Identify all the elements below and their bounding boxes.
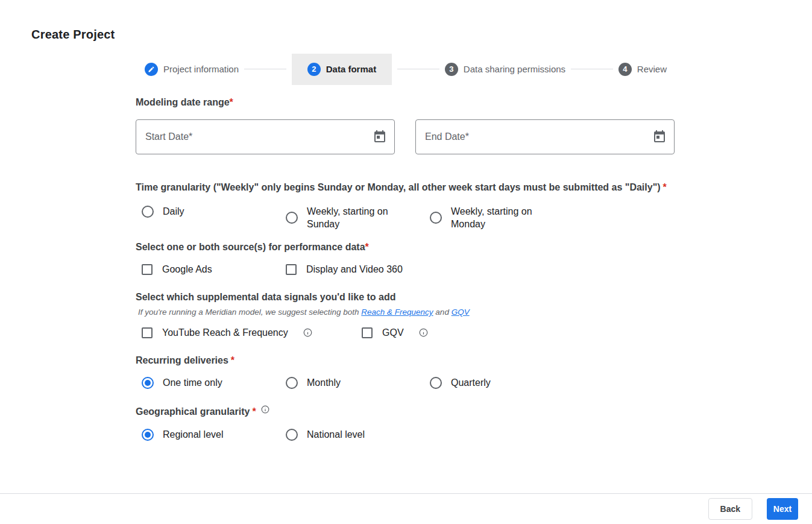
stepper-step-project-information[interactable]: Project information <box>145 63 239 76</box>
gqv-link[interactable]: GQV <box>452 308 470 317</box>
geographical-granularity-options: Regional level National level <box>136 428 676 441</box>
page-title: Create Project <box>31 28 115 42</box>
required-asterisk: * <box>365 242 369 252</box>
radio-icon <box>142 206 154 218</box>
step-label: Review <box>637 64 667 74</box>
end-date-calendar-icon[interactable] <box>652 130 667 144</box>
checkbox-option-display-and-video-360[interactable]: Display and Video 360 <box>286 263 430 276</box>
stepper-step-review[interactable]: 4 Review <box>618 63 667 76</box>
option-label: Quarterly <box>451 376 491 389</box>
performance-sources-label: Select one or both source(s) for perform… <box>136 239 676 255</box>
required-asterisk: * <box>252 403 256 420</box>
step-connector <box>397 69 439 69</box>
start-date-input[interactable] <box>136 119 395 154</box>
radio-option-one-time-only[interactable]: One time only <box>142 376 286 389</box>
info-icon[interactable] <box>261 405 269 414</box>
checkbox-option-youtube-reach-frequency[interactable]: YouTube Reach & Frequency <box>142 326 362 339</box>
end-date-input[interactable] <box>415 119 675 154</box>
geographical-granularity-label: Geographical granularity* <box>136 403 676 420</box>
back-button[interactable]: Back <box>708 498 752 520</box>
step-label: Project information <box>163 64 239 74</box>
end-date-field <box>415 119 675 154</box>
required-asterisk: * <box>230 97 233 107</box>
form-content: Modeling date range* Time granularity ("… <box>136 88 676 441</box>
helper-joiner: and <box>433 308 452 317</box>
option-label: Monthly <box>307 376 341 389</box>
option-label: One time only <box>163 376 222 389</box>
radio-icon <box>286 429 298 441</box>
step-number-badge: 3 <box>445 63 458 76</box>
supplemental-options: YouTube Reach & Frequency GQV <box>136 326 676 339</box>
time-granularity-label: Time granularity ("Weekly" only begins S… <box>136 179 672 195</box>
label-text: Time granularity ("Weekly" only begins S… <box>136 182 661 192</box>
stepper: Project information 2 Data format 3 Data… <box>145 53 667 85</box>
supplemental-helper-text: If you're running a Meridian model, we s… <box>136 308 676 317</box>
radio-option-monthly[interactable]: Monthly <box>286 376 430 389</box>
required-asterisk: * <box>663 182 667 192</box>
step-number-badge: 4 <box>618 63 632 76</box>
radio-icon <box>430 377 442 389</box>
label-text: Modeling date range <box>136 97 230 107</box>
option-label: GQV <box>382 326 404 339</box>
step-connector <box>571 69 613 69</box>
radio-option-weekly-monday[interactable]: Weekly, starting on Monday <box>430 205 574 230</box>
option-label: Display and Video 360 <box>306 263 403 276</box>
radio-selected-icon <box>142 377 154 389</box>
option-label: Weekly, starting on Sunday <box>307 205 409 230</box>
performance-sources-options: Google Ads Display and Video 360 <box>136 263 676 276</box>
modeling-date-range-label: Modeling date range* <box>136 94 676 110</box>
supplemental-signals-label: Select which supplemental data signals y… <box>136 289 676 305</box>
radio-icon <box>286 212 298 224</box>
checkbox-icon <box>142 264 153 275</box>
radio-icon <box>430 212 442 224</box>
option-label: Daily <box>163 205 184 218</box>
recurring-deliveries-options: One time only Monthly Quarterly <box>136 376 676 389</box>
radio-option-weekly-sunday[interactable]: Weekly, starting on Sunday <box>286 205 430 230</box>
start-date-field <box>136 119 395 154</box>
checkbox-icon <box>286 264 297 275</box>
recurring-deliveries-label: Recurring deliveries* <box>136 352 676 368</box>
info-icon[interactable] <box>303 328 312 337</box>
next-button[interactable]: Next <box>767 498 798 520</box>
checkbox-option-google-ads[interactable]: Google Ads <box>142 263 286 276</box>
radio-icon <box>286 377 298 389</box>
edit-pencil-icon <box>145 63 158 76</box>
radio-selected-icon <box>142 429 154 441</box>
required-asterisk: * <box>231 355 234 365</box>
step-number-badge: 2 <box>307 63 321 76</box>
option-label: YouTube Reach & Frequency <box>162 326 288 339</box>
radio-option-quarterly[interactable]: Quarterly <box>430 376 574 389</box>
info-icon[interactable] <box>419 328 428 337</box>
label-text: Select one or both source(s) for perform… <box>136 242 365 252</box>
checkbox-icon <box>142 327 153 338</box>
step-label: Data format <box>326 64 376 74</box>
radio-option-regional-level[interactable]: Regional level <box>142 428 286 441</box>
step-label: Data sharing permissions <box>464 64 565 74</box>
checkbox-icon <box>362 327 373 338</box>
stepper-step-data-format[interactable]: 2 Data format <box>292 54 392 85</box>
date-range-row <box>136 119 676 154</box>
radio-option-national-level[interactable]: National level <box>286 428 430 441</box>
helper-prefix: If you're running a Meridian model, we s… <box>138 308 361 317</box>
option-label: Google Ads <box>162 263 212 276</box>
step-connector <box>244 69 286 69</box>
option-label: Weekly, starting on Monday <box>451 205 553 230</box>
label-text: Recurring deliveries <box>136 355 228 365</box>
wizard-footer: Back Next <box>0 493 812 524</box>
reach-frequency-link[interactable]: Reach & Frequency <box>361 308 433 317</box>
option-label: National level <box>307 428 365 441</box>
start-date-calendar-icon[interactable] <box>373 130 387 144</box>
radio-option-daily[interactable]: Daily <box>142 205 286 218</box>
checkbox-option-gqv[interactable]: GQV <box>362 326 428 339</box>
time-granularity-options: Daily Weekly, starting on Sunday Weekly,… <box>136 205 676 230</box>
stepper-step-data-sharing-permissions[interactable]: 3 Data sharing permissions <box>445 63 565 76</box>
label-text: Geographical granularity <box>136 403 250 420</box>
option-label: Regional level <box>163 428 224 441</box>
